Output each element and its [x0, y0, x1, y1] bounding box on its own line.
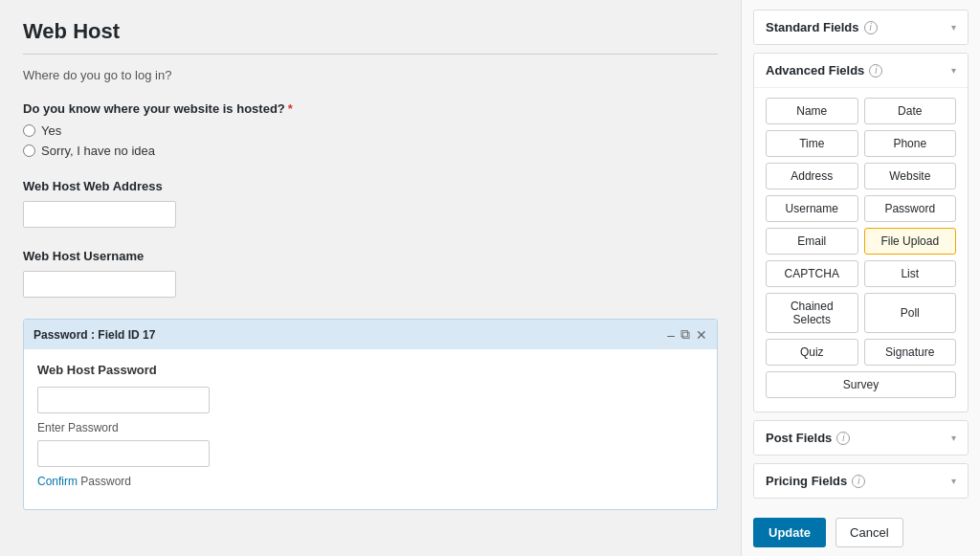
field-btn-phone[interactable]: Phone: [864, 130, 957, 157]
advanced-fields-header[interactable]: Advanced Fields i ▾: [754, 54, 968, 87]
field-btn-username[interactable]: Username: [766, 195, 858, 222]
web-address-label: Web Host Web Address: [23, 179, 718, 193]
password-input[interactable]: [37, 387, 210, 413]
field-btn-signature[interactable]: Signature: [864, 339, 957, 366]
form-subtitle: Where do you go to log in?: [23, 68, 718, 82]
field-btn-poll[interactable]: Poll: [864, 293, 957, 333]
radio-yes-label: Yes: [41, 123, 61, 138]
field-btn-password[interactable]: Password: [864, 195, 957, 222]
radio-no-idea-label: Sorry, I have no idea: [41, 144, 155, 158]
password-field-header: Password : Field ID 17 – ⧉ ✕: [24, 320, 717, 349]
advanced-fields-grid: Name Date Time Phone Address Website Use…: [766, 98, 956, 398]
sidebar-section-post: Post Fields i ▾: [753, 420, 969, 456]
post-fields-title: Post Fields i: [766, 431, 850, 445]
password-header-title: Password : Field ID 17: [33, 328, 155, 342]
sidebar-section-pricing: Pricing Fields i ▾: [753, 463, 969, 499]
field-btn-name[interactable]: Name: [766, 98, 858, 124]
advanced-chevron-icon: ▾: [951, 65, 956, 76]
update-button[interactable]: Update: [753, 518, 826, 547]
password-field-label: Web Host Password: [37, 363, 703, 377]
standard-chevron-icon: ▾: [951, 22, 956, 33]
password-field-body: Web Host Password Enter Password Confirm…: [24, 349, 717, 509]
advanced-help-icon: i: [869, 64, 882, 78]
required-star: *: [288, 101, 293, 116]
sidebar-section-advanced: Advanced Fields i ▾ Name Date Time Phone…: [753, 53, 969, 412]
sidebar-footer: Update Cancel Move to Trash: [753, 506, 969, 556]
web-address-group: Web Host Web Address: [23, 179, 718, 228]
web-address-input[interactable]: [23, 201, 176, 228]
post-chevron-icon: ▾: [951, 433, 956, 443]
advanced-fields-title: Advanced Fields i: [766, 63, 882, 78]
post-fields-header[interactable]: Post Fields i ▾: [754, 421, 968, 455]
close-icon[interactable]: ✕: [696, 327, 707, 343]
post-help-icon: i: [836, 432, 850, 445]
field-btn-address[interactable]: Address: [766, 163, 858, 189]
password-field-box: Password : Field ID 17 – ⧉ ✕ Web Host Pa…: [23, 319, 718, 510]
pricing-fields-header[interactable]: Pricing Fields i ▾: [754, 464, 968, 498]
question1-group: Do you know where your website is hosted…: [23, 101, 718, 158]
radio-yes: Yes: [23, 123, 718, 138]
copy-icon[interactable]: ⧉: [680, 326, 690, 343]
radio-no-idea: Sorry, I have no idea: [23, 144, 718, 158]
field-btn-email[interactable]: Email: [766, 228, 858, 255]
password-header-icons: – ⧉ ✕: [667, 326, 707, 343]
sidebar-section-standard: Standard Fields i ▾: [753, 10, 969, 45]
radio-no-idea-input[interactable]: [23, 145, 35, 157]
field-btn-survey[interactable]: Survey: [766, 371, 956, 398]
confirm-password-input[interactable]: [37, 440, 210, 467]
cancel-button[interactable]: Cancel: [835, 518, 902, 547]
field-btn-chained-selects[interactable]: Chained Selects: [766, 293, 858, 333]
field-btn-time[interactable]: Time: [766, 130, 858, 157]
pricing-fields-title: Pricing Fields i: [766, 474, 865, 488]
field-btn-captcha[interactable]: CAPTCHA: [766, 260, 858, 287]
standard-fields-title: Standard Fields i: [766, 20, 878, 34]
minimize-icon[interactable]: –: [667, 327, 675, 343]
standard-fields-header[interactable]: Standard Fields i ▾: [754, 11, 968, 44]
page-title: Web Host: [23, 19, 718, 44]
confirm-suffix: Password: [78, 475, 131, 488]
sidebar: Standard Fields i ▾ Advanced Fields i ▾ …: [741, 0, 980, 556]
field-btn-list[interactable]: List: [864, 260, 957, 287]
field-btn-quiz[interactable]: Quiz: [766, 339, 858, 366]
enter-password-hint: Enter Password: [37, 421, 703, 434]
username-group: Web Host Username: [23, 249, 718, 298]
confirm-highlight: Confirm: [37, 475, 78, 488]
question1-label: Do you know where your website is hosted…: [23, 101, 718, 116]
standard-help-icon: i: [864, 21, 878, 34]
field-btn-file-upload[interactable]: File Upload: [864, 228, 957, 255]
title-divider: [23, 54, 718, 55]
advanced-fields-body: Name Date Time Phone Address Website Use…: [754, 87, 968, 411]
username-label: Web Host Username: [23, 249, 718, 263]
confirm-password-hint: Confirm Password: [37, 475, 703, 488]
pricing-chevron-icon: ▾: [951, 476, 956, 486]
radio-yes-input[interactable]: [23, 124, 35, 137]
username-input[interactable]: [23, 271, 176, 298]
field-btn-date[interactable]: Date: [864, 98, 957, 124]
pricing-help-icon: i: [852, 475, 865, 488]
field-btn-website[interactable]: Website: [864, 163, 957, 189]
